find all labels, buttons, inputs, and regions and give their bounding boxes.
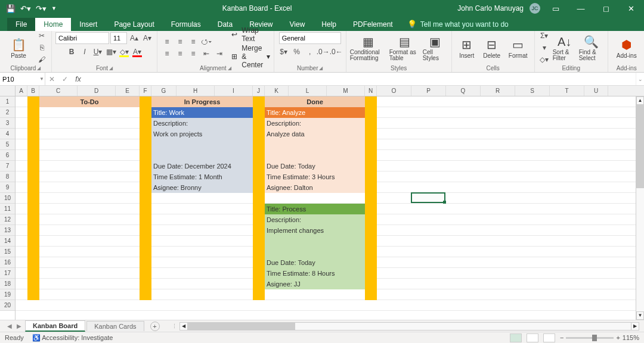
card-work-desc[interactable]: Description: — [151, 118, 253, 129]
card-work-asg[interactable]: Asignee: Bronny — [151, 182, 253, 193]
cell-styles-button[interactable]: ▣Cell Styles — [423, 34, 448, 61]
align-top-icon[interactable]: ≡ — [161, 36, 173, 47]
orientation-icon[interactable]: ⭯▾ — [200, 36, 212, 47]
row-header-9[interactable]: 9 — [0, 182, 15, 193]
decrease-font-icon[interactable]: A▾ — [141, 33, 153, 43]
separator-col-J[interactable] — [253, 96, 265, 300]
row-header-10[interactable]: 10 — [0, 193, 15, 204]
row-header-16[interactable]: 16 — [0, 257, 15, 268]
qat-dropdown-icon[interactable]: ▼ — [51, 5, 57, 11]
dialog-launcher-icon[interactable]: ◢ — [319, 66, 323, 71]
paste-button[interactable]: 📋 Paste — [4, 37, 33, 59]
card-process-est[interactable]: Time Estimate: 8 Hours — [265, 268, 365, 279]
wrap-text-button[interactable]: ↩ Wrap Text — [231, 26, 270, 43]
vscroll-thumb[interactable] — [636, 105, 644, 188]
sheet-tab-other[interactable]: Kanban Cards — [86, 321, 144, 331]
underline-icon[interactable]: U▾ — [92, 46, 104, 57]
row-header-4[interactable]: 4 — [0, 129, 15, 139]
row-header-8[interactable]: 8 — [0, 172, 15, 182]
card-process-desc[interactable]: Description: — [265, 214, 365, 225]
col-header-F[interactable]: F — [140, 86, 151, 96]
card-process-spacer[interactable] — [265, 236, 365, 257]
scroll-right-icon[interactable]: ▶ — [631, 322, 639, 330]
col-header-S[interactable]: S — [515, 86, 550, 96]
col-header-E[interactable]: E — [116, 86, 140, 96]
col-header-H[interactable]: H — [177, 86, 215, 96]
sheet-nav-next-icon[interactable]: ▶ — [14, 323, 24, 329]
row-header-5[interactable]: 5 — [0, 139, 15, 150]
card-process-due[interactable]: Due Date: Today — [265, 257, 365, 268]
number-format-input[interactable] — [279, 32, 341, 44]
format-as-table-button[interactable]: ▤Format as Table — [389, 34, 420, 61]
cancel-formula-icon[interactable]: ✕ — [45, 75, 58, 83]
col-header-T[interactable]: T — [550, 86, 584, 96]
format-cells-button[interactable]: ▭Format — [506, 37, 531, 59]
card-work-est[interactable]: Time Estimate: 1 Month — [151, 172, 253, 182]
dialog-launcher-icon[interactable]: ◢ — [109, 66, 113, 71]
tell-me[interactable]: 💡 Tell me what you want to do — [401, 17, 515, 31]
border-icon[interactable]: ▦▾ — [105, 46, 117, 57]
autosum-icon[interactable]: Σ▾ — [538, 30, 550, 41]
close-button[interactable]: ✕ — [621, 4, 640, 13]
decrease-indent-icon[interactable]: ⇤ — [200, 48, 212, 59]
horizontal-scrollbar[interactable]: ⋮ ◀ ▶ — [172, 322, 639, 330]
card-work-desc2[interactable]: Work on projects — [151, 129, 253, 139]
insert-cells-button[interactable]: ⊞Insert — [456, 37, 478, 59]
header-todo[interactable]: To-Do — [39, 96, 140, 107]
fill-icon[interactable]: ▾ — [538, 42, 550, 53]
sheet-tab-active[interactable]: Kanban Board — [25, 320, 85, 332]
zoom-in-button[interactable]: + — [616, 334, 620, 341]
italic-icon[interactable]: I — [79, 46, 91, 57]
card-analyze-desc[interactable]: Description: — [265, 118, 365, 129]
cells-area[interactable]: ABCDEFGHIJKLMNOPQRSTU To-DoIn ProgressDo… — [16, 86, 644, 320]
col-header-M[interactable]: M — [327, 86, 365, 96]
tab-file[interactable]: File — [7, 18, 35, 31]
col-header-L[interactable]: L — [289, 86, 327, 96]
align-middle-icon[interactable]: ≡ — [174, 36, 186, 47]
row-header-18[interactable]: 18 — [0, 279, 15, 289]
add-sheet-button[interactable]: + — [150, 322, 160, 331]
minimize-button[interactable]: — — [571, 4, 590, 13]
addins-button[interactable]: ⬢Add-ins — [612, 37, 642, 59]
card-analyze-spacer[interactable] — [265, 139, 365, 161]
separator-col-F[interactable] — [140, 96, 151, 300]
cut-icon[interactable]: ✂ — [36, 30, 48, 41]
align-bottom-icon[interactable]: ≡ — [187, 36, 199, 47]
row-header-2[interactable]: 2 — [0, 107, 15, 118]
row-header-11[interactable]: 11 — [0, 204, 15, 214]
col-header-I[interactable]: I — [215, 86, 253, 96]
page-break-view-button[interactable] — [543, 333, 555, 342]
fx-icon[interactable]: fx — [72, 75, 85, 83]
row-header-1[interactable]: 1 — [0, 96, 15, 107]
col-header-J[interactable]: J — [253, 86, 265, 96]
tab-pdfelement[interactable]: PDFelement — [345, 18, 401, 31]
col-header-B[interactable]: B — [27, 86, 39, 96]
col-header-O[interactable]: O — [377, 86, 411, 96]
col-header-D[interactable]: D — [78, 86, 116, 96]
row-header-13[interactable]: 13 — [0, 225, 15, 236]
tab-view[interactable]: View — [281, 18, 314, 31]
row-header-12[interactable]: 12 — [0, 214, 15, 225]
card-work-due[interactable]: Due Date: December 2024 — [151, 161, 253, 172]
col-header-Q[interactable]: Q — [446, 86, 481, 96]
sort-filter-button[interactable]: A↓Sort & Filter — [553, 34, 577, 61]
formula-input[interactable] — [85, 74, 636, 84]
enter-formula-icon[interactable]: ✓ — [58, 75, 72, 83]
row-header-6[interactable]: 6 — [0, 150, 15, 161]
row-header-15[interactable]: 15 — [0, 247, 15, 257]
col-header-N[interactable]: N — [365, 86, 377, 96]
undo-icon[interactable]: ↶▾ — [20, 4, 31, 13]
row-header-3[interactable]: 3 — [0, 118, 15, 129]
scroll-up-icon[interactable]: ▲ — [636, 96, 644, 105]
increase-indent-icon[interactable]: ⇥ — [213, 48, 225, 59]
col-header-G[interactable]: G — [151, 86, 177, 96]
dialog-launcher-icon[interactable]: ◢ — [37, 66, 41, 71]
card-analyze-asg[interactable]: Asignee: Dalton — [265, 182, 365, 193]
fill-color-icon[interactable]: ◇▾ — [118, 46, 130, 57]
col-header-C[interactable]: C — [39, 86, 78, 96]
scroll-down-icon[interactable]: ▼ — [636, 311, 644, 320]
hscroll-thumb[interactable] — [188, 323, 295, 330]
increase-font-icon[interactable]: A▴ — [128, 33, 140, 43]
save-icon[interactable]: 💾 — [6, 4, 16, 13]
hscroll-split-icon[interactable]: ⋮ — [172, 323, 177, 329]
